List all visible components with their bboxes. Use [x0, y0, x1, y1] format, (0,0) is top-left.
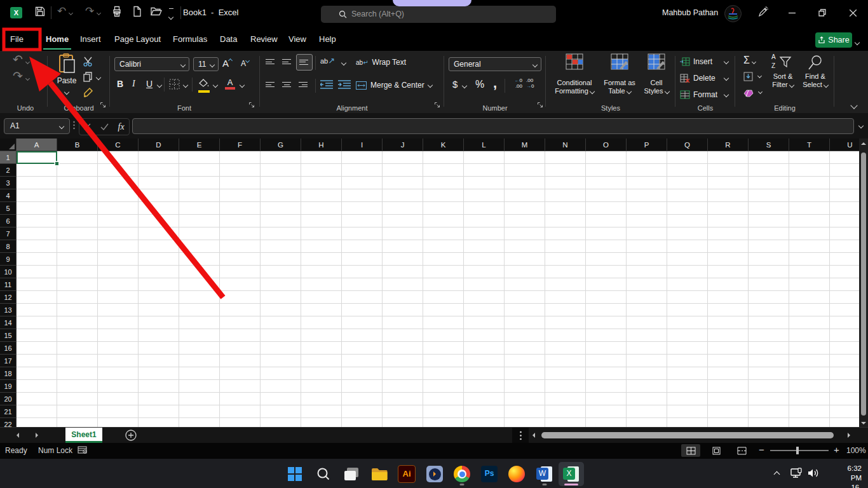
percent-style-icon[interactable]: % — [475, 79, 484, 90]
zoom-slider-track[interactable] — [770, 450, 829, 451]
align-right-icon[interactable] — [299, 80, 308, 92]
comma-style-icon[interactable]: , — [493, 75, 497, 92]
save-icon[interactable] — [34, 6, 46, 20]
fill-color-icon[interactable] — [198, 78, 210, 93]
sheet-next-icon[interactable] — [36, 433, 38, 438]
close-button[interactable] — [839, 0, 867, 25]
row-header-18[interactable]: 18 — [0, 367, 16, 380]
column-header-T[interactable]: T — [789, 139, 830, 151]
restore-button[interactable] — [808, 0, 836, 25]
copy-icon[interactable] — [83, 72, 93, 85]
borders-icon[interactable] — [169, 79, 180, 93]
find-select-button[interactable]: Find & Select — [799, 53, 831, 89]
cut-icon[interactable] — [83, 56, 93, 69]
chevron-down-icon[interactable] — [157, 83, 162, 88]
excel-button[interactable]: X — [559, 462, 584, 486]
row-header-1[interactable]: 1 — [0, 151, 16, 164]
row-header-11[interactable]: 11 — [0, 278, 16, 291]
row-header-17[interactable]: 17 — [0, 355, 16, 367]
editing-pen-icon[interactable] — [756, 6, 769, 22]
row-header-20[interactable]: 20 — [0, 393, 16, 405]
decrease-indent-icon[interactable] — [320, 80, 333, 92]
minimize-button[interactable] — [778, 0, 806, 25]
expand-formula-bar-icon[interactable] — [858, 123, 864, 128]
row-header-21[interactable]: 21 — [0, 405, 16, 418]
column-header-B[interactable]: B — [57, 139, 98, 151]
chevron-down-icon[interactable] — [341, 60, 346, 65]
merge-center-button[interactable]: Merge & Center — [356, 78, 432, 93]
drag-dots-icon[interactable] — [73, 121, 75, 133]
zoom-slider-handle[interactable] — [796, 447, 799, 454]
align-left-icon[interactable] — [266, 80, 275, 92]
page-break-view-button[interactable] — [732, 444, 751, 457]
column-header-I[interactable]: I — [342, 139, 383, 151]
redo-icon[interactable]: ↷ — [13, 69, 29, 83]
dialog-launcher-icon[interactable] — [100, 99, 106, 111]
dialog-launcher-icon[interactable] — [434, 99, 440, 111]
top-align-icon[interactable] — [266, 57, 275, 69]
chevron-down-icon[interactable] — [855, 36, 859, 47]
decrease-decimal-icon[interactable]: .00→0 — [526, 78, 539, 89]
network-icon[interactable] — [790, 468, 803, 482]
zoom-level[interactable]: 100% — [846, 446, 866, 455]
page-layout-view-button[interactable] — [707, 444, 726, 457]
tray-clock[interactable]: 6:32 PM 16-Oct-22 — [848, 464, 862, 488]
chevron-down-icon[interactable] — [213, 83, 218, 88]
paste-button[interactable]: Paste — [53, 53, 80, 102]
start-button[interactable] — [282, 462, 308, 486]
row-header-10[interactable]: 10 — [0, 266, 16, 278]
column-header-L[interactable]: L — [464, 139, 505, 151]
shrink-font-button[interactable]: A — [241, 59, 249, 68]
zoom-out-icon[interactable]: − — [759, 444, 764, 455]
hidden-icons-chevron[interactable] — [774, 471, 780, 478]
chevron-down-icon[interactable] — [240, 83, 245, 88]
scroll-down-icon[interactable] — [861, 422, 866, 424]
bottom-align-icon[interactable] — [296, 54, 313, 71]
increase-decimal-icon[interactable]: ←0.00 — [510, 78, 522, 89]
italic-button[interactable]: I — [132, 79, 135, 89]
font-size-select[interactable]: 11 — [193, 57, 219, 71]
tab-formulas[interactable]: Formulas — [170, 32, 210, 48]
row-header-19[interactable]: 19 — [0, 380, 16, 393]
align-center-icon[interactable] — [282, 80, 291, 92]
formula-input[interactable] — [132, 118, 854, 134]
row-header-3[interactable]: 3 — [0, 177, 16, 189]
chrome-button[interactable] — [449, 462, 475, 486]
format-as-table-button[interactable]: Format as Table — [600, 53, 639, 70]
hscroll-right-icon[interactable] — [848, 433, 850, 438]
column-header-S[interactable]: S — [749, 139, 789, 151]
row-header-12[interactable]: 12 — [0, 291, 16, 304]
media-player-button[interactable] — [422, 462, 447, 486]
conditional-formatting-button[interactable]: Conditional Formatting — [549, 53, 600, 70]
chevron-down-icon[interactable] — [183, 83, 188, 88]
column-header-F[interactable]: F — [220, 139, 261, 151]
column-header-A[interactable]: A — [17, 139, 57, 151]
tab-view[interactable]: View — [286, 32, 309, 48]
file-explorer-button[interactable] — [367, 462, 392, 486]
excel-logo-icon[interactable]: X — [10, 7, 22, 18]
row-header-6[interactable]: 6 — [0, 215, 16, 227]
row-header-22[interactable]: 22 — [0, 418, 16, 427]
cancel-icon[interactable] — [84, 123, 91, 130]
avatar[interactable] — [724, 5, 742, 22]
insert-function-icon[interactable]: fx — [118, 122, 125, 132]
column-header-J[interactable]: J — [383, 139, 423, 151]
new-sheet-button[interactable] — [125, 430, 137, 444]
row-header-9[interactable]: 9 — [0, 253, 16, 266]
undo-icon[interactable]: ↶ — [57, 4, 72, 18]
font-family-select[interactable]: Calibri — [114, 57, 189, 71]
row-header-5[interactable]: 5 — [0, 202, 16, 215]
column-header-H[interactable]: H — [301, 139, 342, 151]
row-header-4[interactable]: 4 — [0, 189, 16, 202]
middle-align-icon[interactable] — [282, 57, 291, 69]
column-header-K[interactable]: K — [423, 139, 464, 151]
hscroll-left-icon[interactable] — [532, 433, 535, 438]
tab-data[interactable]: Data — [217, 32, 240, 48]
user-name[interactable]: Mahbub Pathan — [662, 8, 718, 17]
taskbar-search-button[interactable] — [311, 462, 336, 486]
row-header-13[interactable]: 13 — [0, 304, 16, 316]
customize-quick-access-icon[interactable] — [169, 8, 173, 22]
column-header-D[interactable]: D — [139, 139, 179, 151]
column-header-N[interactable]: N — [545, 139, 586, 151]
vertical-scroll-thumb[interactable] — [861, 152, 866, 416]
